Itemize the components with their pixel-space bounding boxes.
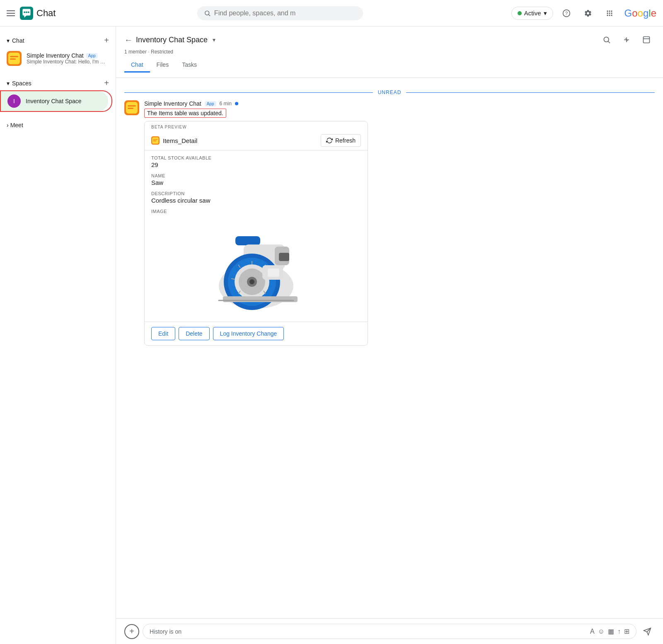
card-field-label-name: NAME <box>151 173 361 178</box>
chat-section: ▾ Chat + Simple Inventory Chat <box>0 30 116 73</box>
svg-point-16 <box>611 15 612 16</box>
pin-button[interactable] <box>618 31 635 48</box>
svg-point-1 <box>24 11 25 13</box>
search-bar[interactable] <box>197 6 363 20</box>
settings-button[interactable] <box>580 5 596 22</box>
edit-button[interactable]: Edit <box>151 327 175 340</box>
chat-app-icon <box>20 7 33 20</box>
meet-label[interactable]: › Meet <box>7 122 109 128</box>
message-sender: Simple Inventory Chat <box>144 100 201 107</box>
card-field-image-label: IMAGE <box>151 209 361 214</box>
card-field-label-stock: TOTAL STOCK AVAILABLE <box>151 155 361 160</box>
space-subtitle: 1 member · Restricted <box>124 49 655 55</box>
messages-area: UNREAD Simple Inventory Chat App <box>116 78 663 618</box>
unread-dot <box>235 102 238 105</box>
message-input-area: + History is on A ☺ ▦ ↑ ⊞ <box>116 618 663 644</box>
tab-tasks[interactable]: Tasks <box>175 58 203 73</box>
card-header: Items_Detail Refresh <box>145 131 368 150</box>
emoji-icon[interactable]: ☺ <box>598 628 605 635</box>
chat-header-right <box>598 31 655 48</box>
svg-rect-40 <box>279 253 289 261</box>
chat-header: ← Inventory Chat Space ▾ <box>116 27 663 78</box>
svg-rect-20 <box>10 58 16 60</box>
saw-image <box>198 224 314 315</box>
video-icon[interactable]: ⊞ <box>624 627 629 635</box>
search-input[interactable] <box>214 10 356 17</box>
tab-chat[interactable]: Chat <box>124 58 150 73</box>
spaces-section-label: Spaces <box>12 80 31 87</box>
card-icon <box>151 136 160 145</box>
message-text: The Items table was updated. <box>144 109 655 118</box>
chat-header-left: ← Inventory Chat Space ▾ <box>124 35 215 45</box>
unread-label: UNREAD <box>378 90 402 95</box>
apps-button[interactable] <box>601 5 618 22</box>
log-inventory-change-button[interactable]: Log Inventory Change <box>213 327 284 340</box>
active-dot <box>518 11 522 15</box>
unread-divider: UNREAD <box>124 90 655 95</box>
svg-point-13 <box>611 12 612 14</box>
svg-point-14 <box>607 15 608 16</box>
svg-point-10 <box>611 10 612 12</box>
space-dropdown-icon[interactable]: ▾ <box>213 36 215 43</box>
hamburger-icon[interactable] <box>7 10 15 16</box>
svg-rect-30 <box>128 105 136 107</box>
send-button[interactable] <box>640 624 655 639</box>
message-input-box[interactable]: History is on A ☺ ▦ ↑ ⊞ <box>143 624 636 639</box>
refresh-icon <box>326 137 333 144</box>
space-avatar-inventory: I <box>7 94 21 108</box>
simple-inventory-avatar <box>7 51 22 66</box>
active-status[interactable]: Active ▾ <box>511 7 553 20</box>
chat-panel-button[interactable] <box>638 31 655 48</box>
svg-point-11 <box>607 12 608 14</box>
chat-section-title: ▾ Chat <box>7 37 24 44</box>
delete-button[interactable]: Delete <box>179 327 209 340</box>
mention-icon[interactable]: ▦ <box>608 627 614 635</box>
spaces-section-title: ▾ Spaces <box>7 80 31 87</box>
svg-rect-31 <box>128 108 133 109</box>
svg-point-2 <box>26 11 27 13</box>
sidebar: ▾ Chat + Simple Inventory Chat <box>0 27 116 644</box>
spaces-section-header[interactable]: ▾ Spaces + <box>0 76 116 90</box>
space-title: Inventory Chat Space <box>136 36 208 44</box>
app-logo: Chat <box>20 7 56 20</box>
message-header: Simple Inventory Chat App 6 min <box>144 100 655 107</box>
tab-files[interactable]: Files <box>150 58 176 73</box>
add-chat-button[interactable]: + <box>104 36 109 45</box>
inventory-card: BETA PREVIEW Items_Detail <box>144 121 368 346</box>
svg-rect-55 <box>223 296 298 302</box>
search-icon <box>204 10 211 17</box>
chat-section-label: Chat <box>12 37 24 44</box>
help-button[interactable]: ? <box>558 5 575 22</box>
upload-icon[interactable]: ↑ <box>617 628 621 635</box>
svg-rect-26 <box>644 37 650 43</box>
svg-text:?: ? <box>565 10 568 16</box>
input-icon-bar: A ☺ ▦ ↑ ⊞ <box>590 627 629 635</box>
card-field-stock: TOTAL STOCK AVAILABLE 29 <box>151 155 361 168</box>
spaces-section: ▾ Spaces + I Inventory Chat Space <box>0 73 116 115</box>
active-chevron: ▾ <box>544 10 547 17</box>
svg-rect-37 <box>235 236 260 245</box>
card-body: TOTAL STOCK AVAILABLE 29 NAME Saw DESCRI… <box>145 150 368 224</box>
tab-bar: Chat Files Tasks <box>124 58 655 73</box>
chat-section-header[interactable]: ▾ Chat + <box>0 33 116 48</box>
message-avatar <box>124 100 139 115</box>
message-text-highlight: The Items table was updated. <box>144 109 226 118</box>
back-button[interactable]: ← <box>124 35 133 45</box>
svg-point-12 <box>609 12 610 14</box>
header-search-button[interactable] <box>598 31 615 48</box>
input-placeholder: History is on <box>150 628 181 635</box>
space-item-inventory[interactable]: I Inventory Chat Space <box>1 91 108 111</box>
add-space-button[interactable]: + <box>104 78 109 88</box>
chat-item-simple-inventory[interactable]: Simple Inventory Chat App Simple Invento… <box>0 48 112 69</box>
message-time: 6 min <box>220 101 232 107</box>
app-title: Chat <box>36 8 56 19</box>
add-attachment-button[interactable]: + <box>124 624 139 639</box>
space-item-label: Inventory Chat Space <box>26 98 82 104</box>
message-content: Simple Inventory Chat App 6 min The Item… <box>144 100 655 346</box>
chevron-right-icon: › <box>7 122 9 128</box>
card-field-label-image: IMAGE <box>151 209 361 214</box>
meet-section: › Meet <box>0 115 116 135</box>
text-format-icon[interactable]: A <box>590 628 595 635</box>
message-app-badge: App <box>205 101 216 107</box>
refresh-button[interactable]: Refresh <box>321 134 361 147</box>
